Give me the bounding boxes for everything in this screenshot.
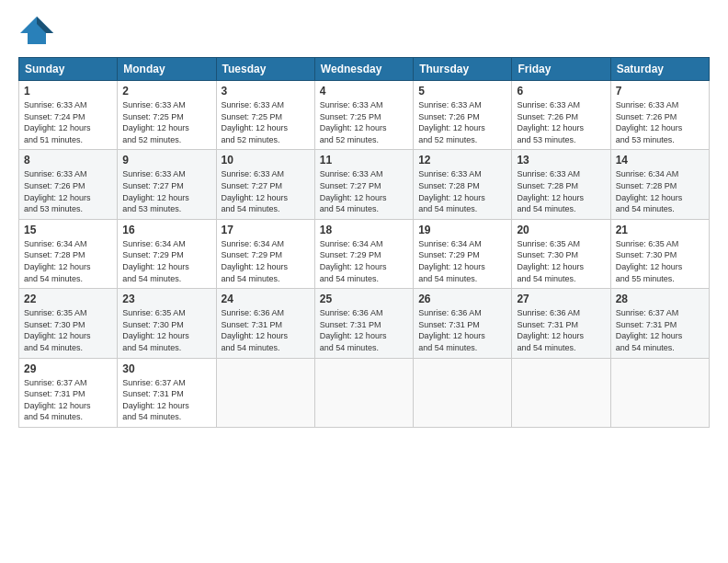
calendar-cell: 28Sunrise: 6:37 AM Sunset: 7:31 PM Dayli…	[610, 289, 709, 358]
calendar-cell: 22Sunrise: 6:35 AM Sunset: 7:30 PM Dayli…	[19, 289, 118, 358]
day-info: Sunrise: 6:34 AM Sunset: 7:28 PM Dayligh…	[24, 238, 112, 284]
day-info: Sunrise: 6:36 AM Sunset: 7:31 PM Dayligh…	[320, 307, 408, 353]
calendar-cell	[314, 358, 413, 427]
day-number: 26	[418, 293, 506, 305]
column-header-sunday: Sunday	[19, 58, 118, 81]
calendar-cell: 9Sunrise: 6:33 AM Sunset: 7:27 PM Daylig…	[118, 150, 216, 219]
day-info: Sunrise: 6:33 AM Sunset: 7:26 PM Dayligh…	[24, 168, 112, 214]
calendar-cell: 29Sunrise: 6:37 AM Sunset: 7:31 PM Dayli…	[19, 358, 118, 427]
day-number: 16	[122, 224, 210, 236]
day-number: 13	[517, 154, 605, 167]
day-number: 23	[122, 293, 210, 305]
day-number: 10	[222, 154, 310, 167]
day-number: 11	[320, 154, 408, 167]
generalblue-logo-icon	[18, 15, 55, 46]
day-number: 25	[320, 293, 408, 305]
calendar-cell: 14Sunrise: 6:34 AM Sunset: 7:28 PM Dayli…	[610, 150, 709, 219]
header-row: SundayMondayTuesdayWednesdayThursdayFrid…	[19, 58, 710, 81]
header	[18, 15, 710, 46]
week-row-2: 8Sunrise: 6:33 AM Sunset: 7:26 PM Daylig…	[19, 150, 710, 219]
calendar-cell: 23Sunrise: 6:35 AM Sunset: 7:30 PM Dayli…	[118, 289, 216, 358]
calendar-cell: 11Sunrise: 6:33 AM Sunset: 7:27 PM Dayli…	[314, 150, 413, 219]
day-number: 17	[222, 224, 310, 236]
day-info: Sunrise: 6:35 AM Sunset: 7:30 PM Dayligh…	[122, 307, 210, 353]
calendar-cell	[414, 358, 512, 427]
column-header-thursday: Thursday	[414, 58, 512, 81]
calendar-cell: 16Sunrise: 6:34 AM Sunset: 7:29 PM Dayli…	[118, 219, 216, 288]
day-info: Sunrise: 6:37 AM Sunset: 7:31 PM Dayligh…	[122, 377, 210, 423]
day-number: 6	[517, 85, 605, 98]
day-number: 30	[122, 362, 210, 375]
day-info: Sunrise: 6:36 AM Sunset: 7:31 PM Dayligh…	[222, 307, 310, 353]
day-number: 14	[616, 154, 704, 167]
day-number: 2	[122, 85, 210, 98]
day-info: Sunrise: 6:33 AM Sunset: 7:26 PM Dayligh…	[517, 99, 605, 145]
day-number: 5	[418, 85, 506, 98]
day-info: Sunrise: 6:33 AM Sunset: 7:25 PM Dayligh…	[222, 99, 310, 145]
day-info: Sunrise: 6:37 AM Sunset: 7:31 PM Dayligh…	[24, 377, 112, 423]
day-number: 8	[24, 154, 112, 167]
day-info: Sunrise: 6:34 AM Sunset: 7:29 PM Dayligh…	[320, 238, 408, 284]
day-info: Sunrise: 6:33 AM Sunset: 7:27 PM Dayligh…	[222, 168, 310, 214]
day-info: Sunrise: 6:36 AM Sunset: 7:31 PM Dayligh…	[418, 307, 506, 353]
day-number: 18	[320, 224, 408, 236]
calendar-cell: 7Sunrise: 6:33 AM Sunset: 7:26 PM Daylig…	[610, 81, 709, 150]
calendar-cell: 8Sunrise: 6:33 AM Sunset: 7:26 PM Daylig…	[19, 150, 118, 219]
calendar-cell: 24Sunrise: 6:36 AM Sunset: 7:31 PM Dayli…	[216, 289, 314, 358]
calendar-cell: 30Sunrise: 6:37 AM Sunset: 7:31 PM Dayli…	[118, 358, 216, 427]
day-number: 19	[418, 224, 506, 236]
week-row-4: 22Sunrise: 6:35 AM Sunset: 7:30 PM Dayli…	[19, 289, 710, 358]
calendar-cell	[512, 358, 610, 427]
day-info: Sunrise: 6:33 AM Sunset: 7:27 PM Dayligh…	[320, 168, 408, 214]
day-number: 28	[616, 293, 704, 305]
calendar-cell: 13Sunrise: 6:33 AM Sunset: 7:28 PM Dayli…	[512, 150, 610, 219]
day-info: Sunrise: 6:34 AM Sunset: 7:28 PM Dayligh…	[616, 168, 704, 214]
calendar-cell: 19Sunrise: 6:34 AM Sunset: 7:29 PM Dayli…	[414, 219, 512, 288]
calendar-cell: 10Sunrise: 6:33 AM Sunset: 7:27 PM Dayli…	[216, 150, 314, 219]
day-info: Sunrise: 6:33 AM Sunset: 7:26 PM Dayligh…	[616, 99, 704, 145]
calendar-cell	[610, 358, 709, 427]
day-number: 22	[24, 293, 112, 305]
day-number: 27	[517, 293, 605, 305]
calendar-cell: 3Sunrise: 6:33 AM Sunset: 7:25 PM Daylig…	[216, 81, 314, 150]
calendar-cell: 20Sunrise: 6:35 AM Sunset: 7:30 PM Dayli…	[512, 219, 610, 288]
day-number: 12	[418, 154, 506, 167]
day-info: Sunrise: 6:33 AM Sunset: 7:27 PM Dayligh…	[122, 168, 210, 214]
day-number: 4	[320, 85, 408, 98]
column-header-friday: Friday	[512, 58, 610, 81]
day-info: Sunrise: 6:36 AM Sunset: 7:31 PM Dayligh…	[517, 307, 605, 353]
day-info: Sunrise: 6:33 AM Sunset: 7:25 PM Dayligh…	[122, 99, 210, 145]
day-number: 20	[517, 224, 605, 236]
day-info: Sunrise: 6:37 AM Sunset: 7:31 PM Dayligh…	[616, 307, 704, 353]
calendar-cell: 21Sunrise: 6:35 AM Sunset: 7:30 PM Dayli…	[610, 219, 709, 288]
day-number: 29	[24, 362, 112, 375]
calendar-cell: 6Sunrise: 6:33 AM Sunset: 7:26 PM Daylig…	[512, 81, 610, 150]
day-number: 3	[222, 85, 310, 98]
day-info: Sunrise: 6:33 AM Sunset: 7:28 PM Dayligh…	[418, 168, 506, 214]
day-info: Sunrise: 6:33 AM Sunset: 7:28 PM Dayligh…	[517, 168, 605, 214]
calendar-cell: 18Sunrise: 6:34 AM Sunset: 7:29 PM Dayli…	[314, 219, 413, 288]
day-info: Sunrise: 6:34 AM Sunset: 7:29 PM Dayligh…	[222, 238, 310, 284]
day-number: 1	[24, 85, 112, 98]
column-header-saturday: Saturday	[610, 58, 709, 81]
calendar-cell: 17Sunrise: 6:34 AM Sunset: 7:29 PM Dayli…	[216, 219, 314, 288]
logo	[18, 15, 61, 46]
page: SundayMondayTuesdayWednesdayThursdayFrid…	[0, 0, 728, 563]
day-info: Sunrise: 6:35 AM Sunset: 7:30 PM Dayligh…	[616, 238, 704, 284]
calendar-cell: 25Sunrise: 6:36 AM Sunset: 7:31 PM Dayli…	[314, 289, 413, 358]
calendar-cell: 2Sunrise: 6:33 AM Sunset: 7:25 PM Daylig…	[118, 81, 216, 150]
day-info: Sunrise: 6:33 AM Sunset: 7:25 PM Dayligh…	[320, 99, 408, 145]
day-info: Sunrise: 6:33 AM Sunset: 7:26 PM Dayligh…	[418, 99, 506, 145]
calendar-cell: 4Sunrise: 6:33 AM Sunset: 7:25 PM Daylig…	[314, 81, 413, 150]
calendar-table: SundayMondayTuesdayWednesdayThursdayFrid…	[18, 57, 710, 428]
day-info: Sunrise: 6:34 AM Sunset: 7:29 PM Dayligh…	[122, 238, 210, 284]
calendar-cell: 1Sunrise: 6:33 AM Sunset: 7:24 PM Daylig…	[19, 81, 118, 150]
day-info: Sunrise: 6:34 AM Sunset: 7:29 PM Dayligh…	[418, 238, 506, 284]
column-header-wednesday: Wednesday	[314, 58, 413, 81]
calendar-cell: 5Sunrise: 6:33 AM Sunset: 7:26 PM Daylig…	[414, 81, 512, 150]
day-info: Sunrise: 6:33 AM Sunset: 7:24 PM Dayligh…	[24, 99, 112, 145]
calendar-cell: 26Sunrise: 6:36 AM Sunset: 7:31 PM Dayli…	[414, 289, 512, 358]
week-row-1: 1Sunrise: 6:33 AM Sunset: 7:24 PM Daylig…	[19, 81, 710, 150]
day-number: 15	[24, 224, 112, 236]
day-info: Sunrise: 6:35 AM Sunset: 7:30 PM Dayligh…	[24, 307, 112, 353]
